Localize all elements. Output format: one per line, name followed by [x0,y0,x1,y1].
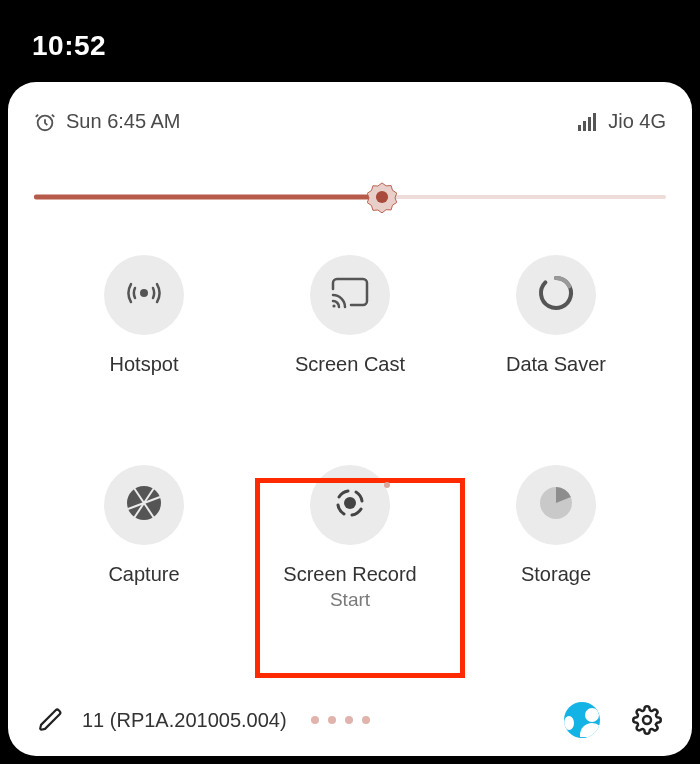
svg-rect-2 [583,121,586,131]
tile-label: Data Saver [506,353,606,375]
tile-label: Storage [521,563,591,585]
tile-storage[interactable]: Storage [458,465,654,611]
page-indicator[interactable] [311,716,370,724]
slider-fill [34,195,382,200]
panel-footer: 11 (RP1A.201005.004) [34,696,666,738]
tile-screencast[interactable]: Screen Cast [252,255,448,375]
tile-label: Capture [108,563,179,585]
tile-notification-dot [384,482,390,488]
aperture-icon [124,483,164,527]
cast-icon [329,275,371,315]
data-saver-icon [536,273,576,317]
alarm-status: Sun 6:45 AM [34,110,181,133]
tile-button[interactable] [516,465,596,545]
alarm-time-text: Sun 6:45 AM [66,110,181,133]
svg-rect-4 [593,113,596,131]
panel-status-row: Sun 6:45 AM Jio 4G [34,110,666,133]
signal-bars-icon [578,113,598,131]
storage-pie-icon [536,483,576,527]
network-label: Jio 4G [608,110,666,133]
page-dot [328,716,336,724]
user-avatar-button[interactable] [564,702,600,738]
build-version-text: 11 (RP1A.201005.004) [82,709,287,732]
tile-capture[interactable]: Capture [46,465,242,611]
tile-hotspot[interactable]: Hotspot [46,255,242,375]
quick-settings-panel: Sun 6:45 AM Jio 4G [8,82,692,756]
svg-rect-1 [578,125,581,131]
tutorial-highlight-box [255,478,465,678]
tile-button[interactable] [516,255,596,335]
page-dot [345,716,353,724]
tile-button[interactable] [104,255,184,335]
tile-button[interactable] [310,255,390,335]
svg-point-7 [332,304,335,307]
svg-point-6 [140,289,148,297]
network-status: Jio 4G [578,110,666,133]
svg-point-5 [376,191,388,203]
settings-button[interactable] [632,705,662,735]
tile-label: Screen Cast [295,353,405,375]
brightness-slider[interactable] [34,187,666,207]
svg-rect-3 [588,117,591,131]
tile-label: Hotspot [110,353,179,375]
edit-tiles-button[interactable] [38,707,64,733]
page-dot [362,716,370,724]
page-dot [311,716,319,724]
svg-point-11 [643,716,651,724]
tile-button[interactable] [104,465,184,545]
tile-datasaver[interactable]: Data Saver [458,255,654,375]
hotspot-icon [124,273,164,317]
slider-thumb[interactable] [367,182,397,212]
device-clock: 10:52 [32,30,106,62]
alarm-clock-icon [34,111,56,133]
